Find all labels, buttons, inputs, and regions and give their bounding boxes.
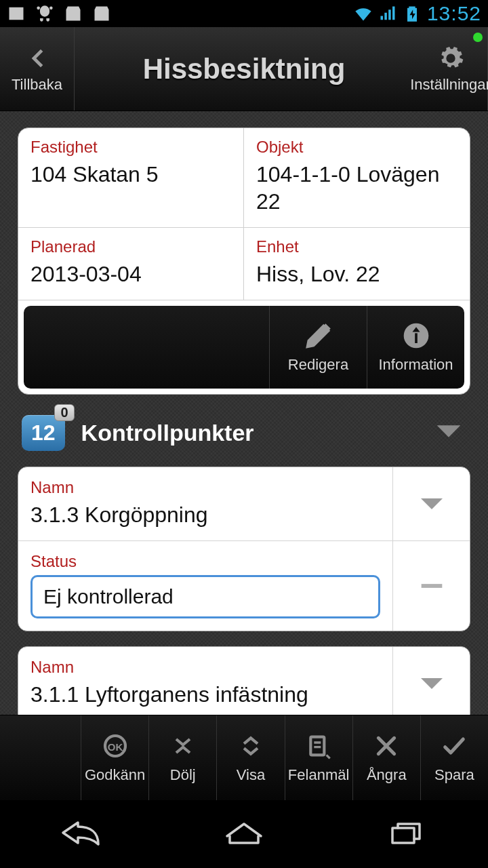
- checkpoint-card: Namn 3.1.3 Korgöppning Status Ej kontrol…: [18, 467, 470, 631]
- status-clock: 13:52: [427, 2, 481, 25]
- undo-button[interactable]: Ångra: [353, 715, 421, 800]
- section-collapse-toggle[interactable]: [431, 414, 466, 452]
- edit-label: Redigera: [288, 356, 348, 374]
- info-cell-planerad: Planerad 2013-03-04: [18, 228, 244, 300]
- report-label: Felanmäl: [288, 766, 349, 784]
- svg-rect-1: [415, 333, 418, 343]
- expand-icon: [237, 732, 264, 760]
- checkpoint-name-cell: Namn 3.1.1 Lyftorganens infästning: [18, 647, 392, 715]
- information-button[interactable]: Information: [367, 306, 464, 389]
- section-title: Kontrollpunkter: [81, 420, 254, 446]
- info-icon: [401, 321, 431, 351]
- info-value: Hiss, Lov. 22: [256, 260, 458, 288]
- undo-label: Ångra: [367, 766, 407, 784]
- android-notif-icon: [35, 4, 54, 23]
- play-store-notif-icon: [64, 4, 83, 23]
- job-info-card: Fastighet 104 Skatan 5 Objekt 104-1-1-0 …: [18, 127, 470, 395]
- info-cell-fastighet: Fastighet 104 Skatan 5: [18, 128, 244, 228]
- gear-icon: [437, 45, 464, 72]
- expand-checkpoint-button[interactable]: [392, 467, 470, 540]
- cp-name-label: Namn: [30, 658, 380, 677]
- chevron-down-icon: [415, 667, 448, 700]
- svg-rect-2: [421, 584, 442, 588]
- checkpoint-name-cell: Namn 3.1.3 Korgöppning: [18, 467, 392, 540]
- bottom-toolbar: OK Godkänn Dölj Visa Felanmäl Ångra Spar…: [0, 715, 488, 800]
- app-header: Tillbaka Hissbesiktning Inställningar: [0, 27, 488, 111]
- report-button[interactable]: Felanmäl: [285, 715, 353, 800]
- info-key: Enhet: [256, 237, 458, 256]
- android-nav-bar: [0, 800, 488, 868]
- collapse-icon: [169, 732, 197, 760]
- svg-text:OK: OK: [107, 741, 123, 752]
- show-label: Visa: [237, 766, 265, 784]
- info-key: Planerad: [30, 237, 231, 256]
- nav-back-icon: [58, 818, 105, 847]
- nav-home-button[interactable]: [220, 818, 268, 850]
- cp-name-label: Namn: [30, 478, 380, 497]
- approve-button[interactable]: OK Godkänn: [81, 715, 149, 800]
- report-icon: [305, 732, 332, 760]
- close-icon: [373, 732, 400, 760]
- pencil-icon: [304, 321, 333, 351]
- checkpoint-status-cell: Status Ej kontrollerad: [18, 541, 392, 631]
- settings-label: Inställningar: [410, 76, 488, 94]
- hide-button[interactable]: Dölj: [149, 715, 217, 800]
- save-button[interactable]: Spara: [421, 715, 488, 800]
- save-label: Spara: [434, 766, 474, 784]
- nav-recent-button[interactable]: [383, 818, 430, 850]
- nav-back-button[interactable]: [58, 818, 105, 850]
- info-value: 104-1-1-0 Lovägen 22: [256, 161, 458, 215]
- back-label: Tillbaka: [12, 76, 62, 94]
- play-store-notif-icon-2: [92, 4, 111, 23]
- checkpoint-card: Namn 3.1.1 Lyftorganens infästning Statu…: [18, 646, 470, 715]
- battery-charging-icon: [403, 4, 422, 23]
- info-value: 2013-03-04: [30, 260, 231, 288]
- chevron-down-icon: [431, 414, 466, 449]
- kontrollpunkter-section-header[interactable]: 12 0 Kontrollpunkter: [18, 414, 470, 452]
- count-overflow: 0: [54, 404, 74, 421]
- chevron-down-icon: [415, 488, 448, 520]
- minus-icon: [416, 570, 447, 601]
- cp-name-value: 3.1.3 Korgöppning: [30, 501, 380, 528]
- status-indicator-dot: [473, 33, 483, 42]
- card-action-strip: Redigera Information: [24, 306, 464, 389]
- nav-recent-icon: [383, 818, 430, 847]
- status-select[interactable]: Ej kontrollerad: [30, 575, 380, 618]
- nav-home-icon: [220, 818, 268, 847]
- android-status-bar: 13:52: [0, 0, 488, 27]
- ok-circle-icon: OK: [102, 732, 129, 760]
- clear-status-button[interactable]: [392, 541, 470, 631]
- back-button[interactable]: Tillbaka: [0, 27, 75, 111]
- info-cell-objekt: Objekt 104-1-1-0 Lovägen 22: [244, 128, 470, 228]
- hide-label: Dölj: [170, 766, 196, 784]
- cp-name-value: 3.1.1 Lyftorganens infästning: [30, 681, 380, 708]
- cp-status-label: Status: [30, 552, 380, 571]
- wifi-icon: [354, 4, 373, 23]
- edit-button[interactable]: Redigera: [269, 306, 367, 389]
- information-label: Information: [378, 356, 453, 374]
- toolbar-spacer: [0, 715, 81, 800]
- info-key: Objekt: [256, 138, 458, 157]
- page-title: Hissbesiktning: [75, 27, 413, 111]
- signal-icon: [378, 4, 397, 23]
- svg-rect-6: [392, 828, 414, 843]
- info-value: 104 Skatan 5: [30, 161, 231, 188]
- info-cell-enhet: Enhet Hiss, Lov. 22: [244, 228, 470, 300]
- info-key: Fastighet: [30, 138, 231, 157]
- count-badge: 12 0: [22, 415, 65, 451]
- approve-label: Godkänn: [85, 766, 145, 784]
- expand-checkpoint-button[interactable]: [392, 647, 470, 715]
- check-icon: [441, 732, 468, 760]
- show-button[interactable]: Visa: [217, 715, 285, 800]
- picture-notif-icon: [7, 4, 26, 23]
- page-body: Fastighet 104 Skatan 5 Objekt 104-1-1-0 …: [0, 111, 488, 715]
- chevron-left-icon: [24, 45, 51, 72]
